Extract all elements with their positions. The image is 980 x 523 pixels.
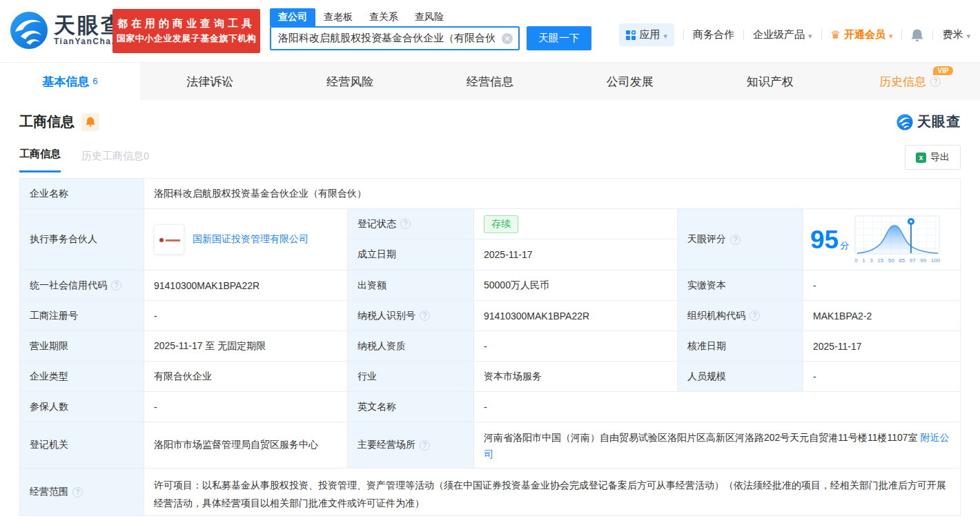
business-address-label: 主要经营场所 <box>348 422 474 468</box>
subtab-row: 工商信息 历史工商信息0 导出 <box>19 142 961 172</box>
promo-line1: 都在用的商业查询工具 <box>117 17 255 30</box>
table-row: 工商注册号 - 纳税人识别号 91410300MAK1BPA22R 组织机构代码… <box>20 301 960 331</box>
search-tab-relation[interactable]: 查关系 <box>361 8 406 26</box>
registration-number-value: - <box>144 301 348 330</box>
promo-banner: 都在用的商业查询工具 国家中小企业发展子基金旗下机构 <box>112 9 260 53</box>
tianyan-score-value[interactable]: 95分 01 315 5085 <box>803 209 960 270</box>
table-row: 营业期限 2025-11-17 至 无固定期限 纳税人资质 - 核准日期 202… <box>20 331 960 362</box>
company-nav-tabs: 基本信息 6 法律诉讼 经营风险 经营信息 公司发展 知识产权 VIP 历史信息 <box>0 62 980 100</box>
tab-basic-info[interactable]: 基本信息 6 <box>0 63 140 100</box>
org-code-label: 组织机构代码 <box>678 301 803 330</box>
search-tab-risk[interactable]: 查风险 <box>406 8 452 26</box>
business-term-label: 营业期限 <box>20 331 144 361</box>
registration-authority-label: 登记机关 <box>20 422 144 468</box>
score-distribution-chart: 01 315 5085 9799 100 <box>854 215 940 264</box>
company-type-value: 有限合伙企业 <box>144 362 348 391</box>
search-button[interactable]: 天眼一下 <box>527 26 591 50</box>
paid-capital-label: 实缴资本 <box>678 270 803 300</box>
establish-date-value: 2025-11-17 <box>474 239 677 270</box>
insured-count-label: 参保人数 <box>20 392 144 422</box>
table-row: 企业名称 洛阳科改启航股权投资基金合伙企业（有限合伙） <box>20 179 960 209</box>
table-row: 经营范围 许可项目：以私募基金从事股权投资、投资管理、资产管理等活动（须在中国证… <box>20 468 960 515</box>
help-icon[interactable] <box>400 219 411 229</box>
business-term-value: 2025-11-17 至 无固定期限 <box>144 331 348 361</box>
industry-label: 行业 <box>348 362 474 391</box>
help-icon[interactable] <box>111 280 121 290</box>
tab-business-info[interactable]: 经营信息 <box>420 63 560 100</box>
tianyancha-watermark: 天眼查 <box>896 112 961 131</box>
tianyancha-watermark-icon <box>896 114 913 130</box>
help-icon[interactable] <box>730 235 741 245</box>
top-header: 天眼查 TianYanCha.com 都在用的商业查询工具 国家中小企业发展子基… <box>0 0 980 62</box>
search-tab-company[interactable]: 查公司 <box>270 8 315 26</box>
company-name-value: 洛阳科改启航股权投资基金合伙企业（有限合伙） <box>144 179 960 208</box>
business-scope-value: 许可项目：以私募基金从事股权投资、投资管理、资产管理等活动（须在中国证券投资基金… <box>144 468 960 515</box>
crown-icon <box>831 28 841 41</box>
partner-company-link[interactable]: 国新国证投资管理有限公司 <box>193 233 308 246</box>
staff-size-value: - <box>803 362 960 391</box>
export-button[interactable]: 导出 <box>905 145 961 170</box>
tab-count: 6 <box>92 76 97 86</box>
open-vip-menu[interactable]: 开通会员 <box>831 28 893 41</box>
credit-code-label: 统一社会信用代码 <box>20 270 144 300</box>
promo-line2: 国家中小企业发展子基金旗下机构 <box>117 32 257 45</box>
business-cooperation-link[interactable]: 商务合作 <box>693 28 734 41</box>
taxpayer-quality-value: - <box>474 331 678 361</box>
help-icon[interactable] <box>420 310 430 321</box>
notification-bell-icon[interactable] <box>911 28 923 42</box>
search-input[interactable] <box>270 26 520 50</box>
help-icon[interactable] <box>72 487 83 497</box>
score-unit: 分 <box>840 240 849 250</box>
chevron-down-icon <box>805 29 812 41</box>
company-name-label: 企业名称 <box>20 179 144 208</box>
tab-company-development[interactable]: 公司发展 <box>560 63 700 100</box>
executive-partner-label: 执行事务合伙人 <box>20 209 144 270</box>
executive-partner-value: 国新国证投资管理有限公司 <box>144 209 348 270</box>
tab-legal-litigation[interactable]: 法律诉讼 <box>140 63 280 100</box>
enterprise-products-menu[interactable]: 企业级产品 <box>753 28 812 41</box>
english-name-value: - <box>474 392 960 422</box>
approve-date-label: 核准日期 <box>678 331 803 361</box>
taxpayer-id-value: 91410300MAK1BPA22R <box>474 301 678 330</box>
industry-value: 资本市场服务 <box>474 362 678 391</box>
score-axis-labels: 01 315 5085 9799 100 <box>854 258 940 264</box>
taxpayer-id-label: 纳税人识别号 <box>348 301 474 330</box>
tianyancha-logo-icon <box>10 11 48 50</box>
table-row: 统一社会信用代码 91410300MAK1BPA22R 出资额 50000万人民… <box>20 270 960 301</box>
capital-label: 出资额 <box>348 270 474 300</box>
clear-search-icon[interactable] <box>502 33 513 44</box>
subtab-business-registration[interactable]: 工商信息 <box>19 148 61 172</box>
status-badge: 存续 <box>484 215 518 233</box>
tab-intellectual-property[interactable]: 知识产权 <box>700 63 840 100</box>
search-tabs: 查公司 查老板 查关系 查风险 <box>270 8 591 26</box>
chevron-down-icon <box>963 29 970 41</box>
tab-operation-risk[interactable]: 经营风险 <box>280 63 420 100</box>
org-code-value: MAK1BPA2-2 <box>803 301 960 330</box>
english-name-label: 英文名称 <box>348 392 474 422</box>
user-menu[interactable]: 费米 <box>942 28 970 41</box>
partner-company-logo <box>154 224 184 255</box>
registration-authority-value: 洛阳市市场监督管理局自贸区服务中心 <box>144 422 348 468</box>
subscribe-bell-button[interactable] <box>81 113 99 131</box>
approve-date-value: 2025-11-17 <box>803 331 960 361</box>
chevron-down-icon <box>885 29 893 41</box>
registration-status-value: 存续 <box>474 209 677 239</box>
tab-history-info[interactable]: VIP 历史信息 <box>840 63 980 100</box>
company-type-label: 企业类型 <box>20 362 144 391</box>
chevron-down-icon <box>660 29 668 41</box>
bell-icon <box>86 117 95 127</box>
vip-badge: VIP <box>933 66 952 75</box>
apps-menu[interactable]: 应用 <box>619 23 675 46</box>
search-tab-boss[interactable]: 查老板 <box>315 8 361 26</box>
insured-count-value: - <box>144 392 348 422</box>
search-area: 查公司 查老板 查关系 查风险 天眼一下 <box>270 8 591 50</box>
score-number: 95 <box>810 226 839 254</box>
help-icon[interactable] <box>420 440 430 451</box>
section-title: 工商信息 <box>19 112 75 131</box>
excel-icon <box>916 152 926 163</box>
help-icon[interactable] <box>749 310 760 321</box>
business-scope-label: 经营范围 <box>20 468 144 515</box>
help-icon[interactable] <box>930 77 941 87</box>
subtab-history-registration[interactable]: 历史工商信息0 <box>81 150 149 172</box>
registration-number-label: 工商注册号 <box>20 301 144 330</box>
